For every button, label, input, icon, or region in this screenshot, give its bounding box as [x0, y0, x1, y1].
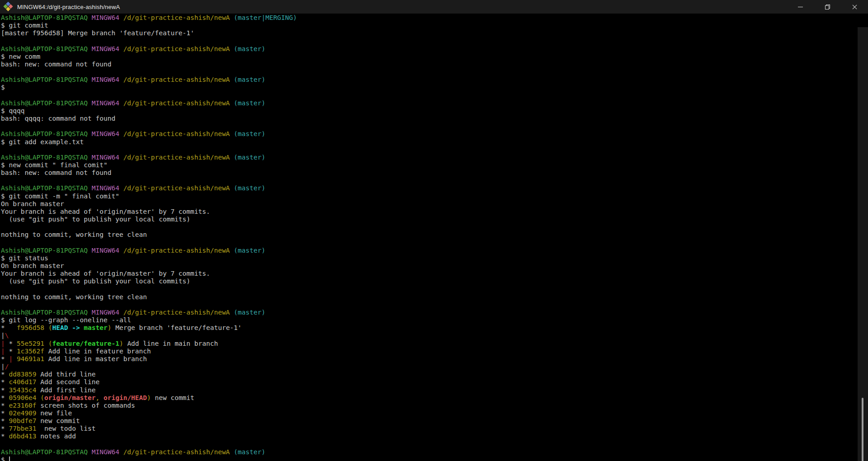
- terminal-line: Ashish@LAPTOP-81PQSTAQ MINGW64 /d/git-pr…: [1, 154, 868, 161]
- terminal-line: bash: new: command not found: [1, 61, 868, 68]
- terminal-line: Ashish@LAPTOP-81PQSTAQ MINGW64 /d/git-pr…: [1, 45, 868, 53]
- restore-icon: [825, 5, 830, 9]
- terminal-line: [1, 92, 868, 99]
- window-title: MINGW64:/d/git-practice-ashish/newA: [17, 4, 120, 10]
- terminal-line: $ git commit: [1, 22, 868, 29]
- terminal-line: Ashish@LAPTOP-81PQSTAQ MINGW64 /d/git-pr…: [1, 14, 868, 22]
- msys-diamonds-icon: [3, 2, 14, 12]
- terminal-line: [master f956d58] Merge branch 'feature/f…: [1, 29, 868, 37]
- close-icon: [852, 4, 858, 10]
- terminal-line: $ git add example.txt: [1, 138, 868, 146]
- terminal-line: $: [1, 456, 868, 461]
- terminal-line: Ashish@LAPTOP-81PQSTAQ MINGW64 /d/git-pr…: [1, 76, 868, 84]
- terminal-line: On branch master: [1, 262, 868, 270]
- terminal-line: Your branch is ahead of 'origin/master' …: [1, 270, 868, 278]
- minimize-icon: [798, 7, 803, 7]
- terminal-line: [1, 239, 868, 247]
- terminal-line: [1, 68, 868, 76]
- terminal-line: $ git commit -m " final comit": [1, 193, 868, 200]
- terminal-line: $ git status: [1, 254, 868, 262]
- terminal-line: * c406d17 Add second line: [1, 378, 868, 386]
- terminal-line: [1, 177, 868, 184]
- terminal-line: |\: [1, 332, 868, 339]
- terminal-line: bash: qqqq: command not found: [1, 115, 868, 122]
- terminal-line: * e23160f screen shots of commands: [1, 402, 868, 409]
- terminal-line: Ashish@LAPTOP-81PQSTAQ MINGW64 /d/git-pr…: [1, 309, 868, 316]
- titlebar[interactable]: MINGW64:/d/git-practice-ashish/newA: [0, 0, 868, 14]
- terminal-line: [1, 441, 868, 448]
- terminal-line: bash: new: command not found: [1, 169, 868, 177]
- terminal-line: $ git log --graph --oneline --all: [1, 316, 868, 324]
- minimize-button[interactable]: [787, 0, 814, 14]
- terminal-line: (use "git push" to publish your local co…: [1, 216, 868, 223]
- terminal-line: Ashish@LAPTOP-81PQSTAQ MINGW64 /d/git-pr…: [1, 247, 868, 254]
- window-controls: [787, 0, 868, 14]
- terminal-line: $ new commit " final comit": [1, 161, 868, 169]
- terminal-line: On branch master: [1, 200, 868, 208]
- terminal-line: [1, 146, 868, 154]
- terminal-line: [1, 301, 868, 309]
- terminal-line: $: [1, 84, 868, 91]
- scrollbar-track[interactable]: [858, 27, 868, 461]
- scrollbar-thumb[interactable]: [862, 398, 863, 461]
- terminal-line: * 02e4909 new file: [1, 409, 868, 417]
- terminal-line: [1, 223, 868, 231]
- text-cursor: [9, 456, 10, 461]
- terminal-line: Ashish@LAPTOP-81PQSTAQ MINGW64 /d/git-pr…: [1, 130, 868, 138]
- terminal-line: [1, 37, 868, 45]
- terminal-line: | * 55e5291 (feature/feature-1) Add line…: [1, 340, 868, 348]
- terminal-line: Ashish@LAPTOP-81PQSTAQ MINGW64 /d/git-pr…: [1, 448, 868, 456]
- terminal-line: Ashish@LAPTOP-81PQSTAQ MINGW64 /d/git-pr…: [1, 184, 868, 192]
- restore-button[interactable]: [814, 0, 841, 14]
- terminal-line: nothing to commit, working tree clean: [1, 231, 868, 239]
- terminal-line: (use "git push" to publish your local co…: [1, 278, 868, 285]
- terminal-line: * 35435c4 Add first line: [1, 386, 868, 394]
- terminal-line: $ new comm: [1, 53, 868, 61]
- terminal-line: [1, 122, 868, 130]
- terminal-line: * | 94691a1 Add line in master branch: [1, 355, 868, 363]
- terminal-line: |/: [1, 363, 868, 371]
- terminal-line: [1, 285, 868, 293]
- terminal-line: * 90bdfe7 new commit: [1, 417, 868, 425]
- terminal-output[interactable]: Ashish@LAPTOP-81PQSTAQ MINGW64 /d/git-pr…: [0, 14, 868, 461]
- terminal-line: * 77bbe31 new todo list: [1, 425, 868, 433]
- terminal-line: nothing to commit, working tree clean: [1, 293, 868, 301]
- git-bash-app-icon[interactable]: [3, 2, 13, 12]
- terminal-line: * f956d58 (HEAD -> master) Merge branch …: [1, 324, 868, 332]
- close-button[interactable]: [841, 0, 868, 14]
- terminal-lines: Ashish@LAPTOP-81PQSTAQ MINGW64 /d/git-pr…: [1, 14, 868, 461]
- terminal-line: Your branch is ahead of 'origin/master' …: [1, 208, 868, 216]
- terminal-line: * dd83859 Add third line: [1, 371, 868, 378]
- terminal-line: $ qqqq: [1, 107, 868, 115]
- terminal-line: * d6bd413 notes add: [1, 433, 868, 440]
- terminal-line: Ashish@LAPTOP-81PQSTAQ MINGW64 /d/git-pr…: [1, 99, 868, 107]
- terminal-line: * 05906e4 (origin/master, origin/HEAD) n…: [1, 394, 868, 402]
- terminal-line: | * 1c3562f Add line in feature branch: [1, 348, 868, 355]
